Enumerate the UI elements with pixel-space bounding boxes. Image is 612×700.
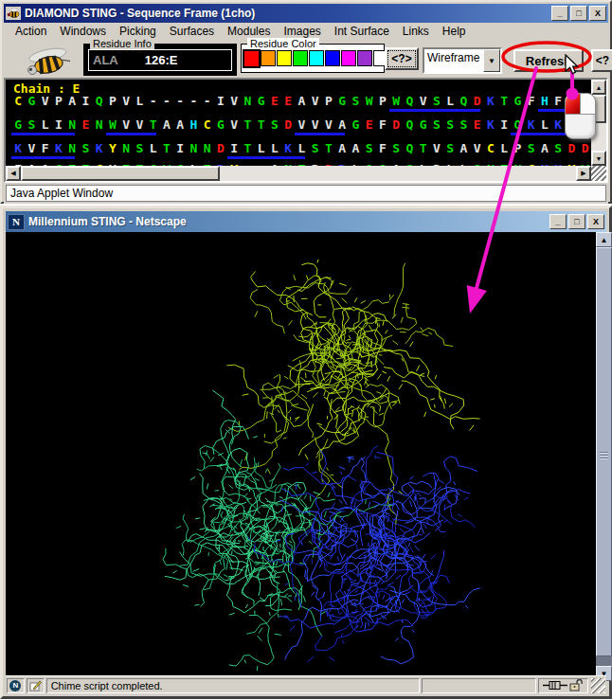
residue-letter[interactable]: K (11, 141, 25, 155)
residue-letter[interactable]: L (497, 141, 511, 155)
residue-letter[interactable]: F (376, 141, 389, 155)
residue-letter[interactable]: N (65, 117, 79, 132)
residue-letter[interactable]: E (281, 94, 295, 108)
residue-letter[interactable]: S (457, 117, 470, 132)
residue-letter[interactable]: V (471, 141, 484, 155)
residue-letter[interactable]: V (133, 117, 146, 132)
residue-letter[interactable]: D (579, 141, 592, 155)
residue-letter[interactable]: Q (93, 94, 106, 108)
residue-letter[interactable]: S (430, 94, 443, 108)
online-plug-icon[interactable] (543, 680, 567, 691)
menu-help[interactable]: Help (437, 24, 474, 39)
display-mode-select[interactable]: Wireframe ▼ (423, 47, 502, 74)
composer-pen-icon[interactable] (27, 678, 45, 693)
residue-letter[interactable]: I (227, 141, 241, 155)
residue-letter[interactable]: W (363, 94, 376, 108)
residue-letter[interactable]: I (52, 117, 65, 132)
residue-letter[interactable]: S (309, 141, 322, 155)
residue-letter[interactable]: F (376, 117, 389, 132)
residue-letter[interactable]: A (173, 117, 187, 132)
menu-images[interactable]: Images (278, 24, 328, 39)
residue-letter[interactable]: D (565, 141, 578, 155)
color-swatch-1[interactable] (261, 50, 276, 66)
color-swatch-0[interactable] (243, 49, 261, 68)
residue-letter[interactable]: L (133, 94, 146, 108)
residue-letter[interactable]: G (25, 94, 38, 108)
residue-letter[interactable]: W (106, 117, 119, 132)
residue-letter[interactable]: L (147, 141, 160, 155)
residue-letter[interactable]: F (39, 141, 52, 155)
residue-letter[interactable]: I (79, 94, 92, 108)
residue-letter[interactable]: S (551, 141, 565, 155)
residue-letter[interactable]: P (52, 94, 65, 108)
residue-letter[interactable]: P (106, 94, 119, 108)
residue-letter[interactable]: A (349, 141, 362, 155)
residue-letter[interactable]: K (281, 141, 295, 155)
residue-letter[interactable]: T (241, 141, 254, 155)
maximize-button[interactable]: □ (570, 6, 587, 21)
residue-letter[interactable]: T (160, 141, 173, 155)
residue-letter[interactable]: G (255, 94, 268, 108)
minimize-button[interactable]: _ (551, 6, 568, 21)
residue-letter[interactable]: S (133, 141, 146, 155)
residue-letter[interactable]: I (173, 141, 187, 155)
resize-grip[interactable] (591, 166, 606, 181)
residue-letter[interactable]: S (349, 94, 362, 108)
residue-letter[interactable]: N (119, 141, 133, 155)
residue-letter[interactable]: V (309, 117, 322, 132)
close-button[interactable]: X (589, 6, 606, 21)
menu-windows[interactable]: Windows (54, 24, 114, 39)
security-unlocked-icon[interactable] (569, 679, 583, 691)
residue-letter[interactable]: A (65, 94, 79, 108)
menu-surfaces[interactable]: Surfaces (164, 24, 222, 39)
residue-letter[interactable]: L (295, 141, 308, 155)
residue-letter[interactable]: G (214, 117, 227, 132)
residue-letter[interactable]: L (538, 117, 551, 132)
residue-letter[interactable]: A (335, 141, 349, 155)
residue-letter[interactable]: N (187, 141, 200, 155)
menu-picking[interactable]: Picking (114, 24, 164, 39)
chevron-down-icon[interactable]: ▼ (483, 49, 500, 72)
minimize-button[interactable]: _ (549, 214, 567, 229)
help-button[interactable]: <? (591, 49, 612, 72)
residue-letter[interactable]: E (471, 117, 484, 132)
menu-links[interactable]: Links (397, 24, 437, 39)
residue-letter[interactable]: S (430, 117, 443, 132)
residue-letter[interactable]: A (538, 141, 551, 155)
residue-letter[interactable]: T (322, 141, 335, 155)
residue-letter[interactable]: C (201, 117, 214, 132)
residue-letter[interactable]: S (25, 117, 38, 132)
residue-letter[interactable]: S (79, 141, 92, 155)
residue-letter[interactable]: G (11, 117, 25, 132)
residue-letter[interactable]: - (160, 94, 173, 108)
residue-letter[interactable]: N (65, 141, 79, 155)
residue-letter[interactable]: E (268, 94, 281, 108)
residue-letter[interactable]: V (309, 94, 322, 108)
ns-vscroll-thumb[interactable] (596, 247, 612, 656)
sequence-panel[interactable]: Chain : E CGVPAIQPVL-----IVNGEEAVPGSWPWQ… (6, 80, 591, 166)
netscape-vscrollbar[interactable]: ▲ ▼ (596, 232, 612, 681)
residue-letter[interactable]: - (147, 94, 160, 108)
residue-letter[interactable]: S (443, 141, 457, 155)
residue-letter[interactable]: A (160, 117, 173, 132)
refresh-button[interactable]: Refresh (513, 49, 584, 72)
residue-letter[interactable]: I (214, 94, 227, 108)
residue-letter[interactable]: Q (511, 117, 524, 132)
residue-letter[interactable]: D (389, 117, 403, 132)
menu-int-surface[interactable]: Int Surface (329, 24, 397, 39)
netscape-titlebar[interactable]: N Millennium STING - Netscape _ □ X (6, 211, 606, 232)
residue-letter[interactable]: Q (403, 141, 416, 155)
residue-letter[interactable]: A (335, 117, 349, 132)
residue-letter[interactable]: E (79, 117, 92, 132)
residue-letter[interactable]: I (497, 117, 511, 132)
residue-letter[interactable]: V (39, 94, 52, 108)
residue-letter[interactable]: D (281, 117, 295, 132)
residue-letter[interactable]: F (525, 94, 538, 108)
scroll-up-icon[interactable]: ▲ (591, 80, 606, 95)
residue-letter[interactable]: P (322, 94, 335, 108)
residue-letter[interactable]: G (349, 117, 362, 132)
hscroll-thumb[interactable] (21, 166, 220, 181)
residue-letter[interactable]: P (511, 141, 524, 155)
menu-modules[interactable]: Modules (222, 24, 278, 39)
residue-letter[interactable]: N (241, 94, 254, 108)
